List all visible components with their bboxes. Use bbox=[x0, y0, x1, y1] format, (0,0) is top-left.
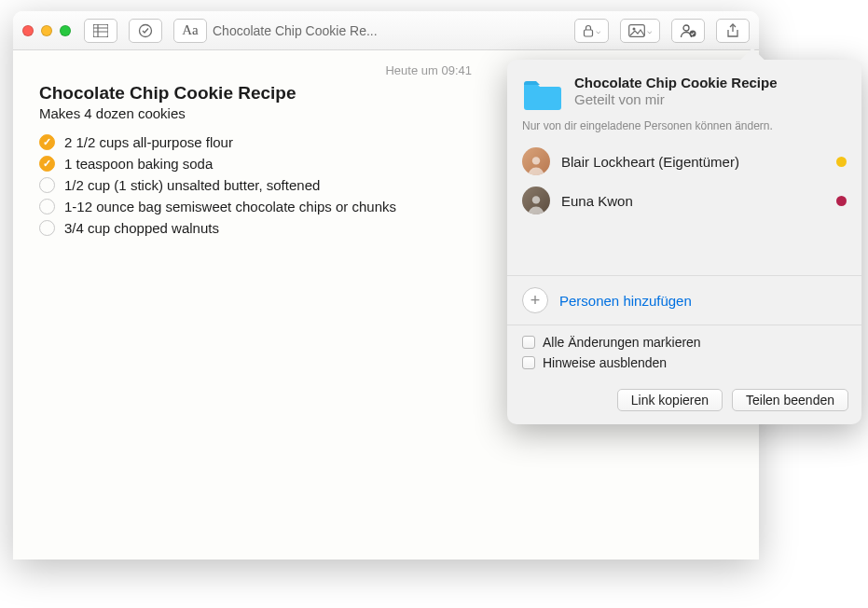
option-label: Hinweise ausblenden bbox=[543, 355, 667, 370]
checklist-checkbox[interactable] bbox=[39, 156, 55, 172]
checklist-text[interactable]: 3/4 cup chopped walnuts bbox=[64, 220, 219, 236]
chevron-down-icon: ⌵ bbox=[596, 26, 600, 35]
lock-icon bbox=[583, 24, 594, 37]
status-dot bbox=[836, 196, 847, 206]
option-hide-hints[interactable]: Hinweise ausblenden bbox=[522, 355, 847, 370]
person-row[interactable]: Blair Lockheart (Eigentümer) bbox=[507, 142, 861, 181]
svg-rect-0 bbox=[93, 24, 108, 37]
checkbox[interactable] bbox=[522, 336, 535, 349]
checklist-text[interactable]: 2 1/2 cups all-purpose flour bbox=[64, 134, 233, 150]
share-options: Alle Änderungen markieren Hinweise ausbl… bbox=[507, 325, 861, 383]
collaborate-button[interactable] bbox=[671, 19, 705, 43]
copy-link-button[interactable]: Link kopieren bbox=[617, 389, 723, 411]
close-window-button[interactable] bbox=[22, 25, 34, 36]
minimize-window-button[interactable] bbox=[41, 25, 52, 36]
share-subtitle: Geteilt von mir bbox=[574, 91, 778, 107]
share-popover: Chocolate Chip Cookie Recipe Geteilt von… bbox=[507, 60, 861, 424]
plus-circle-icon: + bbox=[522, 287, 548, 313]
share-icon bbox=[726, 23, 739, 38]
checklist-button[interactable] bbox=[129, 19, 162, 43]
person-check-icon bbox=[680, 23, 696, 38]
window-controls bbox=[22, 25, 71, 36]
media-button[interactable]: ⌵ bbox=[620, 19, 660, 43]
person-name: Euna Kwon bbox=[561, 193, 825, 209]
stop-sharing-button[interactable]: Teilen beenden bbox=[732, 389, 848, 411]
folder-icon bbox=[522, 78, 563, 112]
share-title: Chocolate Chip Cookie Recipe bbox=[574, 75, 778, 90]
app-window: Aa Chocolate Chip Cookie Re... ⌵ ⌵ bbox=[13, 11, 759, 560]
add-people-label: Personen hinzufügen bbox=[559, 293, 692, 309]
list-view-button[interactable] bbox=[84, 19, 117, 43]
person-name: Blair Lockheart (Eigentümer) bbox=[561, 154, 825, 170]
share-button[interactable] bbox=[716, 19, 750, 43]
grid-icon bbox=[93, 24, 108, 37]
check-circle-icon bbox=[138, 23, 153, 38]
people-list: Blair Lockheart (Eigentümer)Euna Kwon bbox=[507, 142, 861, 220]
svg-point-7 bbox=[633, 27, 636, 30]
zoom-window-button[interactable] bbox=[60, 25, 71, 36]
option-mark-changes[interactable]: Alle Änderungen markieren bbox=[522, 335, 847, 350]
checklist-text[interactable]: 1 teaspoon baking soda bbox=[64, 156, 213, 172]
add-people-button[interactable]: + Personen hinzufügen bbox=[507, 276, 861, 325]
checklist-text[interactable]: 1/2 cup (1 stick) unsalted butter, softe… bbox=[64, 177, 320, 193]
svg-rect-5 bbox=[585, 30, 593, 36]
option-label: Alle Änderungen markieren bbox=[543, 335, 701, 350]
person-row[interactable]: Euna Kwon bbox=[507, 181, 861, 220]
text-format-icon: Aa bbox=[182, 22, 199, 38]
avatar bbox=[522, 187, 550, 214]
photo-icon bbox=[628, 24, 645, 37]
titlebar: Aa Chocolate Chip Cookie Re... ⌵ ⌵ bbox=[13, 11, 759, 50]
svg-point-8 bbox=[683, 25, 689, 31]
avatar bbox=[522, 147, 550, 175]
checklist-checkbox[interactable] bbox=[39, 220, 55, 236]
chevron-down-icon: ⌵ bbox=[647, 26, 652, 35]
checklist-text[interactable]: 1-12 ounce bag semisweet chocolate chips… bbox=[64, 199, 396, 214]
share-buttons: Link kopieren Teilen beenden bbox=[507, 383, 861, 411]
svg-point-10 bbox=[532, 157, 540, 164]
format-button[interactable]: Aa bbox=[173, 19, 207, 43]
checklist-checkbox[interactable] bbox=[39, 199, 55, 214]
lock-button[interactable]: ⌵ bbox=[574, 19, 609, 43]
document-title: Chocolate Chip Cookie Re... bbox=[207, 23, 574, 38]
share-permission-note: Nur von dir eingeladene Personen können … bbox=[507, 117, 861, 142]
status-dot bbox=[836, 157, 847, 167]
checklist-checkbox[interactable] bbox=[39, 134, 55, 150]
checkbox[interactable] bbox=[522, 356, 535, 369]
checklist-checkbox[interactable] bbox=[39, 177, 55, 193]
svg-point-11 bbox=[532, 196, 540, 203]
share-header: Chocolate Chip Cookie Recipe Geteilt von… bbox=[507, 60, 861, 117]
